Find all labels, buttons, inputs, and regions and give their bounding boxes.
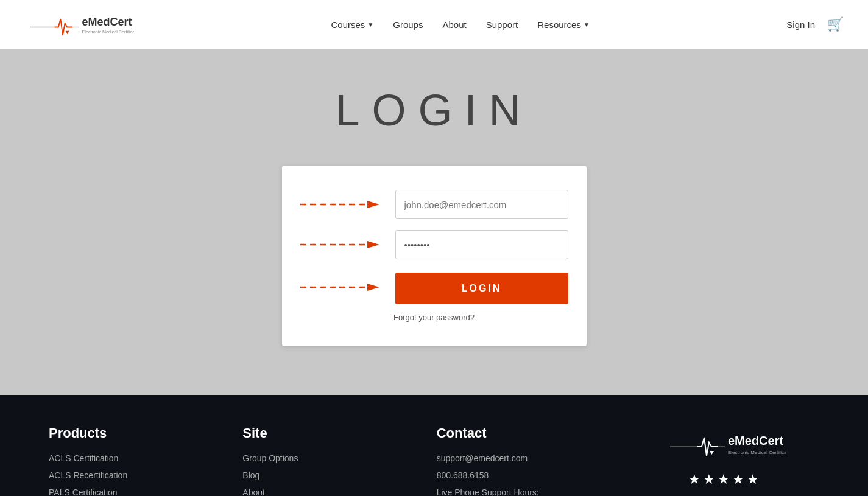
email-arrow-icon xyxy=(300,197,386,212)
footer-contact-hours: Live Phone Support Hours: xyxy=(437,487,594,496)
email-row xyxy=(300,190,568,219)
nav-courses[interactable]: Courses ▼ xyxy=(331,19,373,30)
footer-products-title: Products xyxy=(49,425,206,441)
footer: Products ACLS Certification ACLS Recerti… xyxy=(0,395,868,496)
password-arrow-icon xyxy=(300,237,386,252)
svg-marker-13 xyxy=(710,451,714,455)
footer-acls-recert[interactable]: ACLS Recertification xyxy=(49,470,206,480)
main-content: LOGIN LOGIN Forgot your pass xyxy=(0,49,868,395)
logo-area: eMedCert Electronic Medical Certificatio… xyxy=(24,6,134,43)
resources-chevron-icon: ▼ xyxy=(584,21,590,28)
login-arrow-icon xyxy=(300,280,386,295)
svg-marker-2 xyxy=(66,31,69,34)
svg-marker-6 xyxy=(367,201,379,208)
footer-contact-phone: 800.688.6158 xyxy=(437,470,594,480)
footer-site-col: Site Group Options Blog About xyxy=(242,425,400,496)
nav-about[interactable]: About xyxy=(442,19,466,30)
footer-group-options[interactable]: Group Options xyxy=(242,453,400,463)
nav-support[interactable]: Support xyxy=(486,19,518,30)
password-row xyxy=(300,230,568,259)
footer-contact-email[interactable]: support@emedcert.com xyxy=(437,453,594,463)
login-row: LOGIN xyxy=(300,270,568,304)
login-card: LOGIN Forgot your password? xyxy=(282,166,587,346)
email-input[interactable] xyxy=(395,190,568,219)
header: eMedCert Electronic Medical Certificatio… xyxy=(0,0,868,49)
footer-pals-cert[interactable]: PALS Certification xyxy=(49,487,206,496)
footer-contact-col: Contact support@emedcert.com 800.688.615… xyxy=(437,425,594,496)
footer-acls-cert[interactable]: ACLS Certification xyxy=(49,453,206,463)
footer-site-title: Site xyxy=(242,425,400,441)
sign-in-button[interactable]: Sign In xyxy=(786,19,815,30)
svg-text:Electronic  Medical  Certifica: Electronic Medical Certification xyxy=(82,29,135,35)
courses-chevron-icon: ▼ xyxy=(367,21,373,28)
svg-marker-10 xyxy=(367,284,379,291)
footer-products-col: Products ACLS Certification ACLS Recerti… xyxy=(49,425,206,496)
svg-text:eMedCert: eMedCert xyxy=(82,16,132,28)
nav-resources[interactable]: Resources ▼ xyxy=(537,19,590,30)
svg-marker-8 xyxy=(367,241,379,248)
page-title: LOGIN xyxy=(335,85,532,135)
footer-contact-title: Contact xyxy=(437,425,594,441)
nav-groups[interactable]: Groups xyxy=(393,19,423,30)
main-nav: Courses ▼ Groups About Support Resources… xyxy=(331,19,589,30)
footer-about[interactable]: About xyxy=(242,487,400,496)
svg-text:eMedCert: eMedCert xyxy=(728,434,783,447)
footer-brand-col: eMedCert Electronic Medical Certificatio… xyxy=(630,425,819,496)
login-button[interactable]: LOGIN xyxy=(395,273,568,304)
forgot-password-link[interactable]: Forgot your password? xyxy=(300,313,568,322)
cart-icon[interactable]: 🛒 xyxy=(827,16,844,32)
logo-icon: eMedCert Electronic Medical Certificatio… xyxy=(24,6,134,43)
footer-stars: ★★★★★ xyxy=(688,472,761,487)
footer-logo-icon: eMedCert Electronic Medical Certificatio… xyxy=(664,425,786,462)
svg-text:Electronic  Medical  Certifica: Electronic Medical Certification xyxy=(728,450,786,455)
header-right: Sign In 🛒 xyxy=(786,16,844,32)
footer-blog[interactable]: Blog xyxy=(242,470,400,480)
password-input[interactable] xyxy=(395,230,568,259)
